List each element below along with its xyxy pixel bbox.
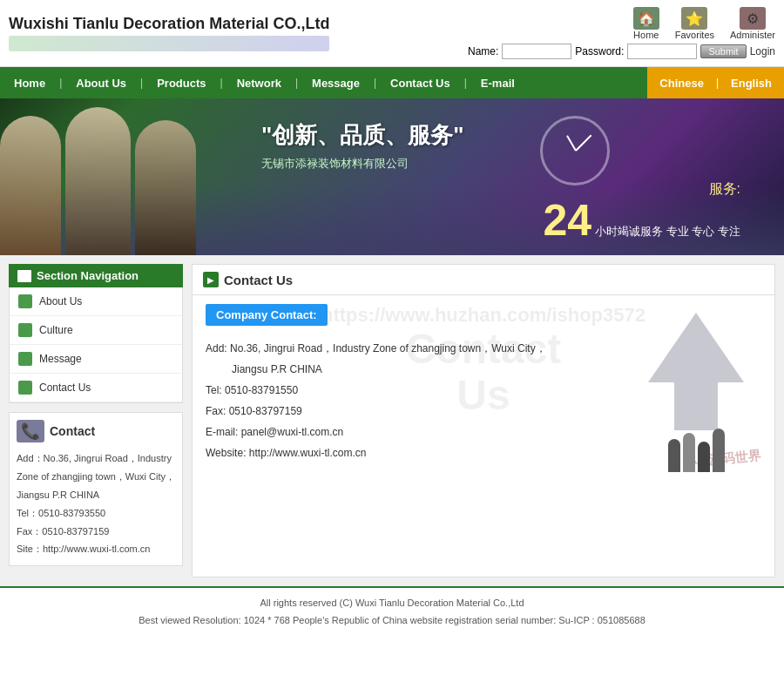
sidebar-nav-title: Section Navigation [37,269,139,282]
banner-service-row: 24 小时竭诚服务 专业 专心 专注 [544,199,740,242]
nav: Home | About Us | Products | Network | M… [0,67,784,98]
contact-box-title: Contact [50,424,95,438]
contact-details: Add: No.36, Jingrui Road，Industry Zone o… [206,338,761,463]
nav-lang-chinese[interactable]: Chinese [647,67,716,98]
sidebar-item-icon-contactus [18,381,32,395]
contact-add: Add：No.36, Jingrui Road，Industry Zone of… [17,449,175,504]
sidebar-item-message[interactable]: Message [10,345,182,374]
content-body: https://www.huzhan.com/ishop3572 Contact… [193,295,774,481]
sidebar-item-icon-about [18,294,32,308]
content-header: ▶ Contact Us [193,265,774,295]
nav-item-about[interactable]: About Us [62,67,140,98]
password-label: Password: [575,45,624,57]
login-bar: Name: Password: Submit Login [468,44,775,59]
home-icon-label: Home [633,30,659,40]
home-icon: 🏠 [633,7,659,30]
submit-button[interactable]: Submit [700,44,746,58]
banner-title-area: "创新、品质、服务" 无锡市添禄装饰材料有限公司 [261,120,464,172]
nav-lang-english[interactable]: English [719,67,784,98]
footer-line1: All rights reserved (C) Wuxi Tianlu Deco… [7,595,777,612]
content-header-icon: ▶ [203,272,219,287]
nav-item-network[interactable]: Network [223,67,295,98]
administer-icon: ⚙ [740,7,766,30]
header-right: 🏠 Home ⭐ Favorites ⚙ Administer Name: Pa… [468,7,775,59]
content-area: ▶ Contact Us https://www.huzhan.com/isho… [192,264,775,577]
nav-item-home[interactable]: Home [0,67,59,98]
nav-lang-area: Chinese | English [647,67,784,98]
sidebar-item-label-about: About Us [39,295,82,307]
logo-text: Wuxishi Tianlu Decoration Material CO.,L… [9,15,329,33]
sidebar-item-about[interactable]: About Us [10,287,182,316]
banner-people [0,98,244,255]
login-link[interactable]: Login [750,45,775,57]
administer-icon-label: Administer [730,30,775,40]
detail-add2: Jiangsu P.R CHINA [206,359,761,380]
nav-header-icon [17,270,31,282]
banner-subtitle: 无锡市添禄装饰材料有限公司 [261,156,464,172]
footer: All rights reserved (C) Wuxi Tianlu Deco… [0,586,784,637]
sidebar-item-label-contactus: Contact Us [39,382,91,394]
banner: "创新、品质、服务" 无锡市添禄装饰材料有限公司 服务: 24 小时竭诚服务 专… [0,98,784,255]
company-contact-label: Company Contact: [206,304,328,326]
contact-box: 📞 Contact Add：No.36, Jingrui Road，Indust… [9,412,183,566]
contact-tel: Tel：0510-83793550 [17,504,175,523]
sidebar-item-icon-message [18,352,32,366]
sidebar-nav-header: Section Navigation [9,264,183,287]
name-input[interactable] [502,44,571,59]
header: Wuxishi Tianlu Decoration Material CO.,L… [0,0,784,67]
sidebar: Section Navigation About Us Culture Mess… [9,264,183,577]
detail-tel: Tel: 0510-83791550 [206,380,761,401]
detail-add: Add: No.36, Jingrui Road，Industry Zone o… [206,338,761,359]
contact-box-info: Add：No.36, Jingrui Road，Industry Zone of… [17,449,175,558]
detail-fax: Fax: 0510-83797159 [206,401,761,422]
detail-website: Website: http://www.wuxi-tl.com.cn [206,442,761,463]
banner-24: 24 [544,199,592,242]
administer-icon-item[interactable]: ⚙ Administer [730,7,775,40]
banner-service-text: 小时竭诚服务 专业 专心 专注 [595,224,740,240]
nav-item-message[interactable]: Message [298,67,374,98]
sidebar-item-contactus[interactable]: Contact Us [10,374,182,402]
contact-fax: Fax：0510-83797159 [17,523,175,541]
sidebar-item-label-message: Message [39,353,82,365]
banner-title: "创新、品质、服务" [261,120,464,151]
sidebar-item-label-culture: Culture [39,324,73,336]
favorites-icon-label: Favorites [675,30,714,40]
clock-decoration [540,116,610,186]
nav-item-contact[interactable]: Contact Us [376,67,464,98]
contact-box-header: 📞 Contact [17,420,175,442]
content-header-title: Contact Us [224,273,293,287]
nav-item-products[interactable]: Products [143,67,220,98]
sidebar-item-icon-culture [18,323,32,337]
sidebar-item-culture[interactable]: Culture [10,316,182,345]
logo: Wuxishi Tianlu Decoration Material CO.,L… [9,15,329,51]
nav-item-email[interactable]: E-mail [467,67,529,98]
banner-service-area: 服务: 24 小时竭诚服务 专业 专心 专注 [544,180,740,242]
contact-site: Site：http://www.wuxi-tl.com.cn [17,540,175,558]
home-icon-item[interactable]: 🏠 Home [633,7,659,40]
sidebar-menu: About Us Culture Message Contact Us [9,287,183,403]
footer-line2: Best viewed Resolution: 1024 * 768 Peopl… [7,612,777,630]
favorites-icon: ⭐ [681,7,707,30]
detail-email: E-mail: panel@wuxi-tl.com.cn [206,422,761,442]
name-label: Name: [468,45,498,57]
contact-box-icon: 📞 [17,420,44,442]
password-input[interactable] [627,44,697,59]
header-icons: 🏠 Home ⭐ Favorites ⚙ Administer [633,7,775,40]
favorites-icon-item[interactable]: ⭐ Favorites [675,7,714,40]
main: Section Navigation About Us Culture Mess… [0,255,784,586]
